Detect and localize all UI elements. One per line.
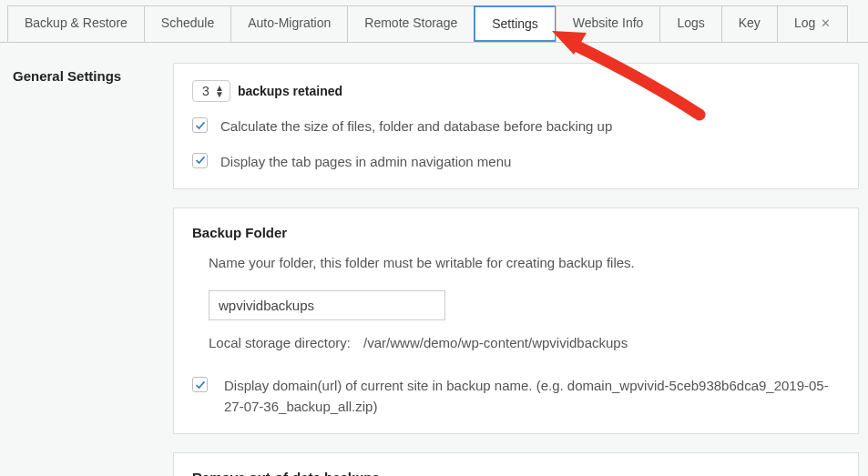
card-general: 3 ▲▼ backups retained Calculate the size… — [173, 63, 859, 189]
backups-retained-label: backups retained — [238, 84, 342, 98]
tab-website-info[interactable]: Website Info — [556, 5, 661, 42]
check-icon — [195, 120, 206, 131]
tab-logs[interactable]: Logs — [659, 5, 721, 42]
backup-folder-name-input[interactable] — [209, 290, 445, 320]
backups-retained-stepper[interactable]: 3 ▲▼ — [192, 80, 230, 102]
section-title-general: General Settings — [13, 63, 166, 84]
card-remove-old: Remove out-of-date backups — [173, 452, 859, 476]
tab-backup-restore[interactable]: Backup & Restore — [7, 5, 145, 42]
remove-old-title: Remove out-of-date backups — [192, 470, 840, 476]
backup-folder-title: Backup Folder — [192, 225, 840, 240]
storage-dir-path: /var/www/demo/wp-content/wpvividbackups — [363, 335, 628, 350]
tab-schedule[interactable]: Schedule — [144, 5, 231, 42]
tab-bar: Backup & Restore Schedule Auto-Migration… — [0, 0, 868, 43]
checkbox-calculate-size[interactable] — [192, 117, 208, 133]
check-icon — [195, 155, 206, 166]
tab-key[interactable]: Key — [721, 5, 778, 42]
label-calculate-size: Calculate the size of files, folder and … — [220, 116, 612, 137]
tab-auto-migration[interactable]: Auto-Migration — [230, 5, 348, 42]
tab-log2[interactable]: Log✕ — [777, 5, 848, 42]
check-icon — [195, 380, 206, 390]
tab-remote-storage[interactable]: Remote Storage — [347, 5, 475, 42]
tab-settings[interactable]: Settings — [474, 5, 557, 42]
backup-folder-desc: Name your folder, this folder must be wr… — [192, 255, 840, 270]
label-display-domain: Display domain(url) of current site in b… — [224, 376, 840, 417]
checkbox-display-tabs[interactable] — [192, 153, 208, 168]
backups-retained-value: 3 — [199, 84, 213, 98]
close-icon[interactable]: ✕ — [821, 16, 831, 30]
card-backup-folder: Backup Folder Name your folder, this fol… — [173, 208, 859, 434]
label-display-tabs: Display the tab pages in admin navigatio… — [220, 152, 511, 173]
stepper-arrows-icon[interactable]: ▲▼ — [215, 85, 224, 97]
storage-dir-label: Local storage directory: — [209, 335, 351, 350]
settings-content: General Settings 3 ▲▼ backups retained C… — [0, 43, 868, 476]
checkbox-display-domain[interactable] — [192, 377, 208, 392]
